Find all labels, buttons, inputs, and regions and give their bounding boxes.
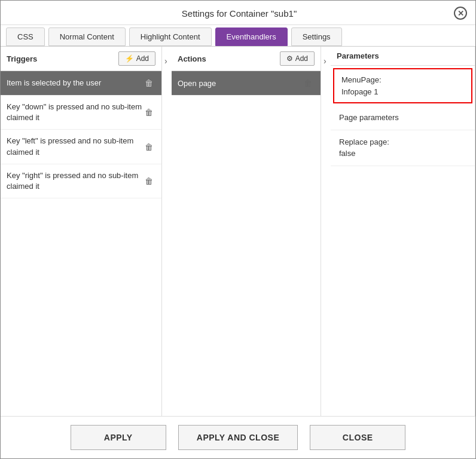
parameters-panel: Parameters MenuPage:Infopage 1 Page para… <box>331 47 475 416</box>
delete-trigger-icon[interactable]: 🗑 <box>142 141 155 153</box>
panels-row: Triggers ⚡ Add Item is selected by the u… <box>1 47 475 416</box>
parameter-item-replace-page[interactable]: Replace page:false <box>331 130 475 166</box>
tab-normal-content[interactable]: Normal Content <box>48 27 126 46</box>
trigger-item[interactable]: Key "right" is pressed and no sub-item c… <box>1 164 161 198</box>
actions-add-label: Add <box>295 54 308 63</box>
tab-eventhandlers[interactable]: Eventhandlers <box>215 27 288 46</box>
action-item[interactable]: Open page 🗑 <box>172 71 321 96</box>
trigger-text: Item is selected by the user <box>7 78 142 88</box>
triggers-title: Triggers <box>7 54 37 63</box>
parameter-text: Page parameters <box>339 113 399 122</box>
trigger-text: Key "right" is pressed and no sub-item c… <box>7 170 142 192</box>
delete-trigger-icon[interactable]: 🗑 <box>142 175 155 187</box>
tab-css[interactable]: CSS <box>6 27 45 46</box>
add-trigger-icon: ⚡ <box>125 54 134 63</box>
apply-button[interactable]: APPLY <box>71 425 166 450</box>
triggers-panel: Triggers ⚡ Add Item is selected by the u… <box>1 47 162 416</box>
parameter-text: Replace page:false <box>339 137 389 158</box>
close-button[interactable]: CLOSE <box>310 425 405 450</box>
trigger-item[interactable]: Item is selected by the user 🗑 <box>1 71 161 96</box>
parameters-title: Parameters <box>337 51 379 60</box>
actions-parameters-arrow: › <box>321 47 331 416</box>
triggers-panel-header: Triggers ⚡ Add <box>1 47 161 71</box>
tab-highlight-content[interactable]: Highlight Content <box>129 27 212 46</box>
footer: APPLY APPLY AND CLOSE CLOSE <box>1 416 475 458</box>
actions-add-button[interactable]: ⚙ Add <box>280 51 315 66</box>
triggers-add-label: Add <box>136 54 149 63</box>
parameters-list: MenuPage:Infopage 1 Page parameters Repl… <box>331 66 475 416</box>
dialog-header: Settings for Container "sub1" ✕ <box>1 1 475 25</box>
tabs-bar: CSS Normal Content Highlight Content Eve… <box>1 25 475 47</box>
parameter-item-page-params[interactable]: Page parameters <box>331 106 475 130</box>
parameter-text: MenuPage:Infopage 1 <box>341 75 382 96</box>
actions-panel-header: Actions ⚙ Add <box>172 47 321 71</box>
trigger-item[interactable]: Key "down" is pressed and no sub-item cl… <box>1 96 161 130</box>
apply-close-button[interactable]: APPLY AND CLOSE <box>178 425 298 450</box>
actions-panel: Actions ⚙ Add Open page 🗑 <box>172 47 321 416</box>
delete-action-icon[interactable]: 🗑 <box>301 77 315 89</box>
add-action-icon: ⚙ <box>286 54 293 63</box>
settings-dialog: Settings for Container "sub1" ✕ CSS Norm… <box>0 0 476 459</box>
dialog-title: Settings for Container "sub1" <box>25 8 454 19</box>
triggers-actions-arrow: › <box>162 47 172 416</box>
action-text: Open page <box>178 79 301 88</box>
parameters-panel-header: Parameters <box>331 47 475 66</box>
delete-trigger-icon[interactable]: 🗑 <box>142 106 155 118</box>
triggers-list: Item is selected by the user 🗑 Key "down… <box>1 71 161 416</box>
triggers-add-button[interactable]: ⚡ Add <box>118 51 155 66</box>
tab-settings[interactable]: Settings <box>291 27 342 46</box>
close-x-button[interactable]: ✕ <box>454 7 467 20</box>
parameter-item-menupage[interactable]: MenuPage:Infopage 1 <box>333 68 472 103</box>
trigger-item[interactable]: Key "left" is pressed and no sub-item cl… <box>1 130 161 164</box>
delete-trigger-icon[interactable]: 🗑 <box>142 77 155 89</box>
trigger-text: Key "left" is pressed and no sub-item cl… <box>7 136 142 157</box>
trigger-text: Key "down" is pressed and no sub-item cl… <box>7 102 142 123</box>
actions-list: Open page 🗑 <box>172 71 321 416</box>
actions-title: Actions <box>178 54 206 63</box>
